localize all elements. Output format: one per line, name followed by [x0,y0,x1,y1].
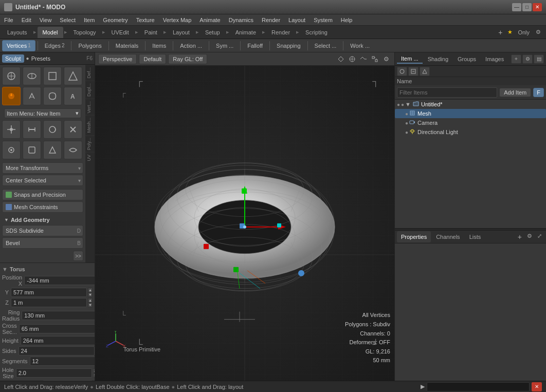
tab-polygons[interactable]: Polygons [74,40,106,51]
tab-work[interactable]: Work ... [345,40,374,51]
sds-subdivide-button[interactable]: SDS Subdivide D [2,225,83,236]
shading-tab[interactable]: Shading [424,55,452,63]
scene-btn-2[interactable] [408,67,418,76]
item-menu-dropdown[interactable]: Item Menu: New Item ▾ [4,108,81,118]
viewport-icon-1[interactable] [336,54,346,64]
right-panel-icon-3[interactable]: ▤ [534,54,544,64]
tool-btn-7[interactable] [43,87,62,105]
center-selected-button[interactable]: Center Selected ▾ [2,175,83,186]
transform-btn-6[interactable] [23,141,41,159]
prop-input-ring-radius[interactable] [22,311,95,320]
prop-step-down-hole-size[interactable]: ▼ [93,373,95,378]
add-layout-button[interactable]: + [495,28,505,36]
canvas-area[interactable]: ┌ ┐ └ ┘ ┌ └ [95,66,394,381]
transform-btn-2[interactable] [23,120,41,139]
menu-layout[interactable]: Layout [284,14,310,26]
images-tab[interactable]: Images [481,55,508,63]
prop-input-pos-x[interactable] [24,276,95,285]
layout-tab-uvedit[interactable]: UVEdit [106,27,134,38]
viewport-icon-5[interactable]: ⚙ [381,54,391,64]
tree-item-mesh[interactable]: ● Mesh [395,109,546,118]
viewport-icon-2[interactable] [347,54,357,64]
status-search-button[interactable]: ✕ [532,382,542,391]
menu-system[interactable]: System [310,14,337,26]
menu-file[interactable]: File [0,14,17,26]
filter-items-input[interactable] [397,87,497,98]
menu-render[interactable]: Render [258,14,284,26]
menu-help[interactable]: Help [337,14,357,26]
prop-step-down-pos-z[interactable]: ▼ [88,303,93,307]
tool-btn-2[interactable] [23,67,41,85]
viewport-icon-3[interactable] [358,54,369,64]
channels-tab[interactable]: Channels [432,231,464,242]
bevel-button[interactable]: Bevel B [2,237,83,249]
add-geometry-header[interactable]: ▼ Add Geometry [2,216,83,224]
vert-tab-mesh[interactable]: Mesh... [85,115,95,135]
transform-btn-8[interactable] [64,141,82,159]
scene-btn-1[interactable] [397,67,407,76]
ray-gl-button[interactable]: Ray GL: Off [168,54,207,64]
transform-btn-5[interactable] [2,141,21,159]
snaps-precision-button[interactable]: Snaps and Precision [2,189,83,200]
tree-item-root[interactable]: ● ● ▼ Untitled* [395,100,546,109]
status-search-input[interactable] [427,382,530,391]
transform-btn-4[interactable] [64,120,82,139]
mesh-constraints-button[interactable]: Mesh Constraints [2,201,83,213]
vert-tab-vert[interactable]: Vert... [85,99,95,116]
transform-btn-3[interactable] [43,120,62,139]
tree-item-light[interactable]: ● Directional Light [395,127,546,137]
star-button[interactable]: ★ [505,29,515,35]
tab-items[interactable]: Items [148,40,171,51]
gear-button[interactable]: ⚙ [533,29,544,35]
layout-tab-scripting[interactable]: Scripting [300,27,333,38]
vert-tab-uv[interactable]: UV [85,152,95,163]
prop-input-pos-y[interactable] [11,288,87,297]
tool-btn-3[interactable] [43,67,62,85]
tab-sym[interactable]: Sym ... [211,40,238,51]
expand-button[interactable]: >> [73,251,83,261]
prop-step-up-pos-z[interactable]: ▲ [88,298,93,303]
menu-select[interactable]: Select [56,14,80,26]
tab-action[interactable]: Action ... [175,40,207,51]
menu-item[interactable]: Item [80,14,99,26]
close-button[interactable]: ✕ [533,3,542,11]
tab-edges[interactable]: Edges2 [40,40,69,51]
prop-input-sides[interactable] [19,346,95,356]
scene-btn-3[interactable] [420,67,430,76]
prop-step-up-hole-size[interactable]: ▲ [93,368,95,373]
tab-vertices[interactable]: Vertices1 [2,40,35,51]
layout-tab-layout[interactable]: Layout [168,27,195,38]
layout-tab-model[interactable]: Model [38,27,63,38]
tab-snapping[interactable]: Snapping [272,40,305,51]
prop-step-down-pos-y[interactable]: ▼ [88,292,93,297]
layout-tab-layouts[interactable]: Layouts [2,27,32,38]
tool-btn-1[interactable] [2,67,21,85]
menu-texture[interactable]: Texture [132,14,159,26]
transform-btn-1[interactable] [2,120,21,139]
props-gear-icon[interactable]: ⚙ [525,233,534,241]
presets-button[interactable]: Presets [31,55,50,62]
menu-edit[interactable]: Edit [17,14,35,26]
prop-input-pos-z[interactable] [11,298,87,307]
layout-tab-animate[interactable]: Animate [230,27,261,38]
prop-input-cross-sec[interactable] [19,324,95,333]
only-button[interactable]: Only [515,29,533,35]
vert-tab-poly[interactable]: Poly... [85,135,95,152]
lists-tab[interactable]: Lists [465,231,485,242]
layout-tab-paint[interactable]: Paint [139,27,162,38]
vert-tab-def[interactable]: Def... [85,65,95,81]
right-panel-icon-2[interactable]: ⚙ [522,54,533,64]
minimize-button[interactable]: — [512,3,521,11]
props-add-icon[interactable]: + [516,233,524,241]
prop-input-height[interactable] [21,336,95,345]
prop-step-up-pos-y[interactable]: ▲ [88,288,93,292]
f-button[interactable]: F [533,88,544,97]
tree-item-camera[interactable]: ● Camera [395,118,546,127]
properties-tab[interactable]: Properties [397,231,431,242]
tab-materials[interactable]: Materials [111,40,143,51]
props-resize-icon[interactable]: ⤢ [535,233,544,241]
layout-tab-topology[interactable]: Topology [68,27,101,38]
prop-input-hole-size[interactable] [16,368,92,378]
groups-tab[interactable]: Groups [453,55,480,63]
viewport-icon-4[interactable] [370,54,380,64]
